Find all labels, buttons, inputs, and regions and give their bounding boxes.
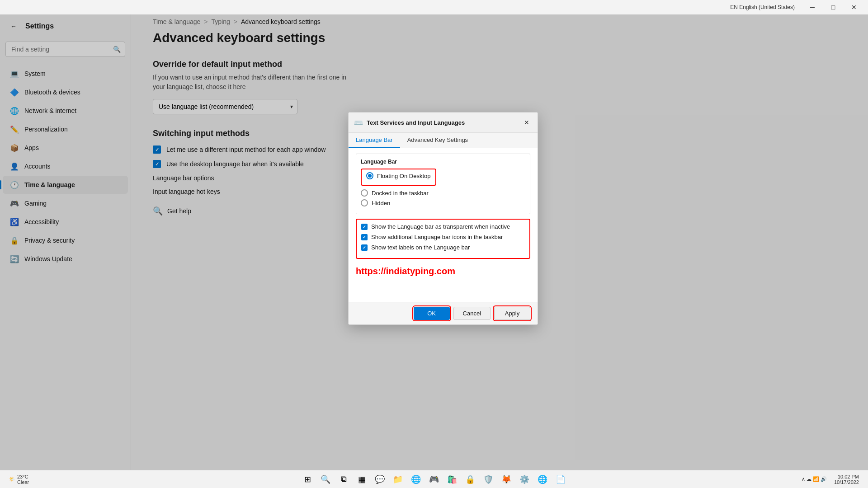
lang-bar-label: Language Bar xyxy=(361,159,525,165)
edge-button[interactable]: 🌐 xyxy=(408,471,424,488)
maximize-button[interactable]: □ xyxy=(823,0,844,14)
radio-docked[interactable] xyxy=(361,189,368,197)
dialog-close-button[interactable]: ✕ xyxy=(521,117,532,128)
dialog-checkbox1[interactable] xyxy=(361,224,368,230)
dialog-checkbox3[interactable] xyxy=(361,244,368,251)
tab-advanced-key-settings[interactable]: Advanced Key Settings xyxy=(400,133,475,148)
radio-docked-label: Docked in the taskbar xyxy=(372,190,429,197)
checkboxes-highlight-box: Show the Language bar as transparent whe… xyxy=(356,219,530,259)
promo-url[interactable]: https://indiatyping.com xyxy=(356,266,530,277)
radio-docked-row: Docked in the taskbar xyxy=(361,189,525,197)
dialog-checkbox3-row: Show text labels on the Language bar xyxy=(361,244,525,251)
dialog-checkbox1-label: Show the Language bar as transparent whe… xyxy=(371,223,510,230)
weather-condition: Clear xyxy=(17,479,29,485)
dialog-icon: ⌨️ xyxy=(354,118,363,127)
dialog-cancel-button[interactable]: Cancel xyxy=(453,307,491,320)
dialog-apply-button[interactable]: Apply xyxy=(494,307,530,320)
radio-floating-row: Floating On Desktop xyxy=(366,172,431,179)
lang-bar-section: Language Bar Floating On Desktop Docked … xyxy=(356,154,530,214)
taskbar: 🌤️ 23°C Clear ⊞ 🔍 ⧉ ▦ 💬 📁 🌐 🎮 🛍️ 🔒 🛡️ 🦊 … xyxy=(0,470,868,488)
taskbar-center: ⊞ 🔍 ⧉ ▦ 💬 📁 🌐 🎮 🛍️ 🔒 🛡️ 🦊 ⚙️ 🌐 📄 xyxy=(299,471,569,488)
mcafee-button[interactable]: 🛡️ xyxy=(480,471,496,488)
dialog-titlebar: ⌨️ Text Services and Input Languages ✕ xyxy=(349,113,538,133)
task-view-button[interactable]: ⧉ xyxy=(335,471,352,488)
dialog-tabs: Language Bar Advanced Key Settings xyxy=(349,133,538,148)
firefox-button[interactable]: 🦊 xyxy=(498,471,514,488)
dialog-body: Language Bar Floating On Desktop Docked … xyxy=(349,148,538,302)
dialog-checkbox3-label: Show text labels on the Language bar xyxy=(371,244,470,251)
weather-widget[interactable]: 🌤️ 23°C Clear xyxy=(5,472,33,487)
radio-hidden-label: Hidden xyxy=(372,200,390,206)
weather-icon: 🌤️ xyxy=(9,476,15,482)
minimize-button[interactable]: ─ xyxy=(802,0,823,14)
vault-button[interactable]: 🔒 xyxy=(462,471,478,488)
dialog-footer: OK Cancel Apply xyxy=(349,302,538,324)
dialog-checkbox2-label: Show additional Language bar icons in th… xyxy=(371,234,503,240)
stack-button[interactable]: 📄 xyxy=(552,471,569,488)
system-tray[interactable]: ∧ ☁ 📶 🔊 xyxy=(800,474,829,484)
taskbar-right: ∧ ☁ 📶 🔊 10:02 PM 10/17/2022 xyxy=(800,473,863,486)
text-services-dialog: ⌨️ Text Services and Input Languages ✕ L… xyxy=(348,112,538,325)
close-button[interactable]: ✕ xyxy=(844,0,864,14)
chrome-button[interactable]: 🌐 xyxy=(534,471,551,488)
radio-hidden[interactable] xyxy=(361,199,368,206)
clock[interactable]: 10:02 PM 10/17/2022 xyxy=(830,473,863,486)
widgets-button[interactable]: ▦ xyxy=(354,471,370,488)
time: 10:02 PM xyxy=(834,474,859,479)
store-button[interactable]: 🛍️ xyxy=(444,471,460,488)
radio-floating-label: Floating On Desktop xyxy=(377,173,431,179)
radio-hidden-row: Hidden xyxy=(361,199,525,206)
dialog-checkbox2-row: Show additional Language bar icons in th… xyxy=(361,234,525,240)
taskbar-left: 🌤️ 23°C Clear xyxy=(5,472,33,487)
start-button[interactable]: ⊞ xyxy=(299,471,316,488)
chat-button[interactable]: 💬 xyxy=(372,471,388,488)
temperature: 23°C xyxy=(17,474,29,479)
tab-language-bar[interactable]: Language Bar xyxy=(349,133,400,148)
dialog-checkbox1-row: Show the Language bar as transparent whe… xyxy=(361,223,525,230)
search-button[interactable]: 🔍 xyxy=(317,471,334,488)
titlebar: EN English (United States) ─ □ ✕ xyxy=(0,0,868,14)
dialog-ok-button[interactable]: OK xyxy=(414,307,450,320)
radio-floating[interactable] xyxy=(366,172,373,179)
dialog-checkbox2[interactable] xyxy=(361,234,368,240)
floating-radio-highlight: Floating On Desktop xyxy=(361,169,436,186)
xbox-button[interactable]: 🎮 xyxy=(426,471,442,488)
language-indicator: EN English (United States) xyxy=(730,4,795,10)
explorer-button[interactable]: 📁 xyxy=(390,471,406,488)
settings-taskbar-button[interactable]: ⚙️ xyxy=(516,471,533,488)
dialog-title-text: Text Services and Input Languages xyxy=(367,119,465,126)
date: 10/17/2022 xyxy=(834,479,859,485)
